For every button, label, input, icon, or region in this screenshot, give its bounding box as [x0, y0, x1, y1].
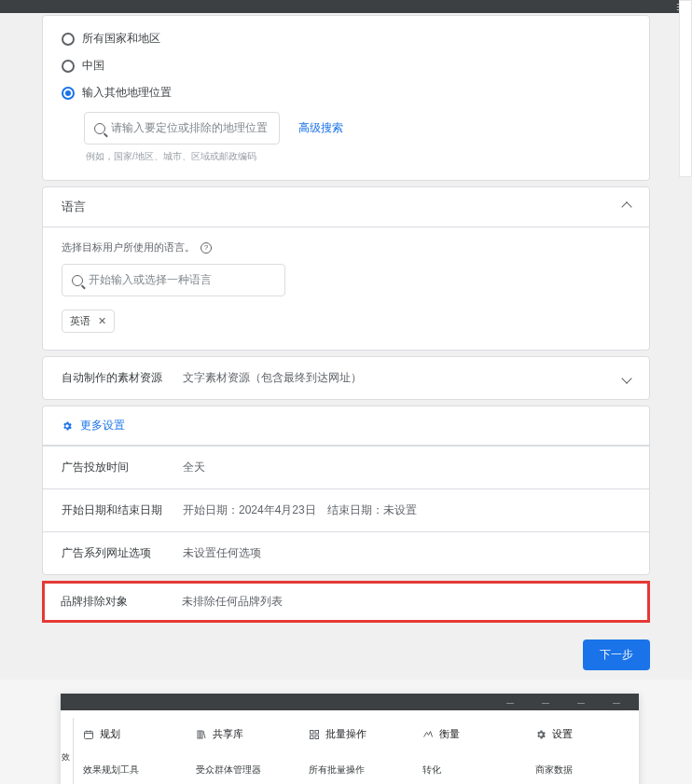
language-title: 语言: [62, 199, 86, 215]
nav-item[interactable]: —: [542, 698, 549, 707]
gear-icon: [62, 420, 73, 432]
radio-icon: [62, 87, 75, 100]
tools-menu-screenshot: — — — — 效 关 立 规划效果规划工具关键字规划工具覆盖面规划工具广告预览…: [61, 694, 639, 784]
bulk-icon: [309, 729, 320, 740]
ruler-icon: [422, 729, 434, 740]
schedule-row[interactable]: 广告投放时间 全天: [43, 446, 649, 488]
location-hint: 例如，国家/地区、城市、区域或邮政编码: [86, 150, 630, 163]
search-icon: [72, 275, 83, 286]
language-search-placeholder: 开始输入或选择一种语言: [89, 272, 212, 288]
more-settings-header[interactable]: 更多设置: [43, 406, 649, 446]
calendar-icon: [83, 729, 94, 740]
menu-column-header: 规划: [77, 723, 183, 754]
location-search-input[interactable]: 请输入要定位或排除的地理位置: [84, 112, 280, 144]
row-label: 广告系列网址选项: [62, 545, 183, 561]
help-icon[interactable]: ?: [201, 242, 212, 254]
row-value: 开始日期：2024年4月23日 结束日期：未设置: [183, 502, 630, 518]
url-options-row[interactable]: 广告系列网址选项 未设置任何选项: [43, 531, 649, 574]
svg-rect-6: [315, 736, 319, 739]
radio-label: 中国: [82, 58, 104, 74]
language-desc: 选择目标用户所使用的语言。: [62, 241, 195, 254]
row-label: 开始日期和结束日期: [62, 502, 183, 518]
brand-exclusion-highlight: 品牌排除对象 未排除任何品牌列表: [42, 581, 650, 623]
menu-column-header: 衡量: [417, 723, 522, 754]
location-radio-other[interactable]: 输入其他地理位置: [62, 85, 630, 101]
gear-icon: [535, 729, 547, 740]
sidebar-fragment: 效 关 立: [61, 718, 74, 784]
radio-label: 所有国家和地区: [82, 31, 160, 47]
nav-item[interactable]: —: [577, 698, 585, 707]
row-value: 未设置任何选项: [183, 545, 630, 561]
svg-rect-0: [85, 731, 93, 738]
radio-icon: [62, 60, 75, 73]
location-radio-china[interactable]: 中国: [62, 58, 630, 74]
chip-label: 英语: [70, 314, 90, 328]
menu-column-header: 共享库: [190, 723, 296, 754]
row-value: 未排除任何品牌列表: [182, 594, 631, 610]
top-nav: — — — —: [61, 694, 639, 710]
svg-rect-2: [201, 731, 202, 738]
language-panel: 语言 选择目标用户所使用的语言。 ? 开始输入或选择一种语言 英语 ✕: [42, 186, 650, 351]
menu-column-header: 批量操作: [303, 723, 408, 754]
chevron-up-icon: [621, 201, 631, 212]
more-settings-panel: 更多设置 广告投放时间 全天 开始日期和结束日期 开始日期：2024年4月23日…: [42, 406, 650, 575]
radio-icon: [62, 33, 75, 46]
menu-column: 批量操作所有批量操作规则脚本解决方案上传操作: [299, 718, 412, 784]
menu-column: 设置商家数据政策管理中心访问权限和安全数据管理器偏好设置Google Merch…: [526, 718, 639, 784]
menu-item[interactable]: 商家数据: [530, 754, 635, 784]
menu-column: 规划效果规划工具关键字规划工具覆盖面规划工具广告预览及诊断应用广告中心: [74, 718, 187, 784]
blank-side-panel: [679, 0, 692, 177]
location-panel: 所有国家和地区 中国 输入其他地理位置 请输入要定位或排除的地理位置 高级搜索 …: [42, 15, 650, 181]
svg-rect-3: [311, 730, 314, 734]
row-label: 品牌排除对象: [61, 594, 182, 610]
more-settings-title: 更多设置: [80, 418, 125, 433]
col-title: 共享库: [213, 727, 243, 741]
col-title: 规划: [100, 727, 120, 741]
dates-row[interactable]: 开始日期和结束日期 开始日期：2024年4月23日 结束日期：未设置: [43, 488, 649, 531]
next-button[interactable]: 下一步: [583, 640, 650, 670]
col-title: 批量操作: [325, 727, 367, 741]
search-icon: [94, 123, 105, 134]
language-chip[interactable]: 英语 ✕: [62, 309, 115, 333]
chevron-down-icon: [621, 373, 631, 383]
language-search-input[interactable]: 开始输入或选择一种语言: [62, 264, 285, 296]
assets-value: 文字素材资源（包含最终到达网址）: [183, 370, 623, 386]
row-value: 全天: [183, 460, 630, 475]
col-title: 衡量: [439, 727, 460, 741]
assets-label: 自动制作的素材资源: [62, 370, 183, 386]
radio-label: 输入其他地理位置: [82, 85, 172, 101]
language-header[interactable]: 语言: [43, 187, 649, 227]
menu-column: 共享库受众群体管理器出价策略否定关键字列表品牌列表共享预算营业地点组展示位置排除…: [187, 718, 299, 784]
menu-item[interactable]: 受众群体管理器: [190, 754, 296, 784]
close-icon[interactable]: ✕: [98, 315, 106, 327]
col-title: 设置: [552, 727, 573, 741]
svg-rect-1: [198, 731, 200, 738]
advanced-search-link[interactable]: 高级搜索: [298, 120, 343, 136]
menu-item[interactable]: 转化: [417, 754, 522, 784]
brand-exclusion-row[interactable]: 品牌排除对象 未排除任何品牌列表: [45, 584, 647, 620]
svg-rect-4: [315, 730, 319, 734]
svg-rect-5: [311, 736, 314, 739]
nav-item[interactable]: —: [613, 698, 620, 707]
window-titlebar: ☰: [0, 0, 692, 13]
menu-item[interactable]: 效果规划工具: [77, 754, 183, 784]
row-label: 广告投放时间: [62, 460, 183, 475]
location-search-placeholder: 请输入要定位或排除的地理位置: [111, 120, 268, 136]
sidebar-glimpse: 效: [62, 751, 70, 763]
nav-item[interactable]: —: [506, 698, 514, 707]
menu-column: 衡量转化Google Analytics（分析）归因跨媒体覆盖面: [413, 718, 526, 784]
location-radio-all[interactable]: 所有国家和地区: [62, 31, 630, 47]
auto-assets-panel[interactable]: 自动制作的素材资源 文字素材资源（包含最终到达网址）: [42, 356, 650, 400]
menu-column-header: 设置: [530, 723, 635, 754]
menu-item[interactable]: 所有批量操作: [303, 754, 408, 784]
library-icon: [196, 729, 207, 740]
